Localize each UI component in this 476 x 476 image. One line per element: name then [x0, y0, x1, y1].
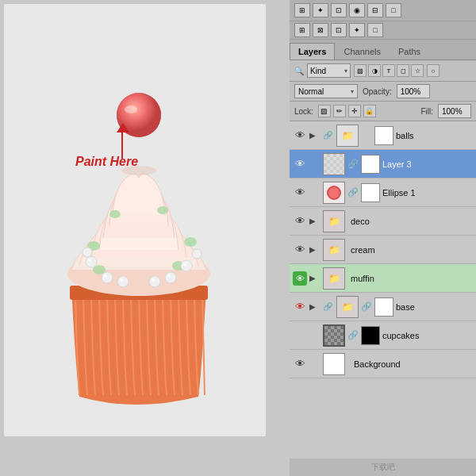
lock-transparent-icon[interactable]: ▨ [318, 105, 331, 117]
svg-point-21 [192, 249, 202, 259]
layer-item-cupcakes[interactable]: 👁 🔗 cupcakes [290, 321, 476, 350]
layer-name-layer3: Layer 3 [382, 159, 473, 169]
filter-smart-icon[interactable]: ☆ [411, 64, 424, 77]
mask-balls [374, 126, 393, 145]
eye-icon-ellipse1[interactable]: 👁 [293, 186, 307, 200]
toolbar-icon-1[interactable]: ⊞ [294, 3, 310, 17]
thumb-muffin: 📁 [323, 267, 345, 290]
filter-bar: 🔍 Kind▾ ▨ ◑ T ◻ ☆ ○ [290, 60, 476, 82]
toolbar-icon-5[interactable]: ⊟ [367, 3, 383, 17]
layer-name-cupcakes: cupcakes [382, 331, 473, 340]
layer-item-cream[interactable]: 👁 ▶ 📁 cream [290, 236, 476, 264]
lock-position-icon[interactable]: ✛ [348, 105, 361, 117]
svg-point-25 [125, 106, 137, 113]
top-toolbar-2: ⊞ ⊠ ⊡ ✦ □ [290, 21, 476, 40]
chain-icon-base: 🔗 [323, 302, 334, 311]
arrow-line [121, 127, 123, 159]
toolbar-icon-4[interactable]: ◉ [349, 3, 365, 17]
lock-all-icon[interactable]: 🔒 [363, 105, 376, 117]
expand-base[interactable]: ▶ [309, 302, 321, 311]
blend-mode-dropdown[interactable]: Normal▾ [294, 84, 358, 98]
svg-point-9 [86, 256, 97, 267]
layer-item-deco[interactable]: 👁 ▶ 📁 deco [290, 207, 476, 236]
thumb-ellipse1 [323, 182, 345, 204]
toolbar-icon-8[interactable]: ⊠ [313, 23, 328, 37]
layer-name-cream: cream [351, 245, 473, 255]
blend-row: Normal▾ Opacity: 100% [290, 82, 476, 102]
layer-name-background: Background [354, 359, 473, 369]
opacity-label: Opacity: [363, 87, 392, 96]
layer-name-deco: deco [351, 217, 473, 226]
tab-channels[interactable]: Channels [335, 43, 389, 60]
toolbar-icon-10[interactable]: ✦ [349, 23, 365, 37]
svg-point-13 [117, 276, 129, 287]
mask-cupcakes [361, 326, 380, 345]
link-base: 🔗 [361, 301, 372, 312]
layer-item-ellipse1[interactable]: 👁 🔗 Ellipse 1 [290, 178, 476, 207]
expand-cream[interactable]: ▶ [309, 245, 321, 254]
watermark: 下载吧 [290, 459, 476, 476]
eye-icon-cupcakes[interactable]: 👁 [293, 328, 307, 343]
toolbar-icon-9[interactable]: ⊡ [331, 23, 347, 37]
top-toolbar-1: ⊞ ✦ ⊡ ◉ ⊟ □ [290, 0, 476, 21]
layer-name-base: base [396, 302, 473, 312]
fill-value[interactable]: 100% [438, 104, 471, 118]
layer-item-muffin[interactable]: 👁 ▶ 📁 muffin [290, 264, 476, 293]
eye-icon-background[interactable]: 👁 [293, 357, 307, 371]
layer-name-balls: balls [396, 131, 473, 140]
filter-shape-icon[interactable]: ◻ [397, 64, 409, 77]
toolbar-icon-3[interactable]: ⊡ [331, 3, 347, 17]
svg-point-16 [152, 278, 155, 282]
thumb-balls: 📁 [336, 125, 359, 147]
eye-icon-muffin[interactable]: 👁 [293, 271, 307, 286]
filter-text-icon[interactable]: T [382, 64, 395, 77]
svg-point-18 [167, 274, 171, 278]
layer-item-background[interactable]: 👁 Background [290, 350, 476, 378]
expand-balls[interactable]: ▶ [309, 131, 321, 140]
layer-name-muffin: muffin [351, 274, 473, 283]
eye-icon-balls[interactable]: 👁 [293, 129, 307, 143]
svg-point-17 [165, 272, 176, 283]
layer-item-base[interactable]: 👁 ▶ 🔗 📁 🔗 base [290, 293, 476, 321]
thumb-cupcakes [323, 324, 345, 347]
layer-item-layer3[interactable]: 👁 🔗 Layer 3 [290, 150, 476, 178]
svg-point-12 [104, 274, 107, 278]
opacity-value[interactable]: 100% [397, 84, 430, 98]
svg-point-6 [157, 206, 168, 214]
thumb-cream: 📁 [323, 239, 345, 261]
filter-kind-dropdown[interactable]: Kind▾ [307, 63, 351, 78]
eye-icon-cream[interactable]: 👁 [293, 243, 307, 257]
eye-icon-layer3[interactable]: 👁 [293, 157, 307, 171]
expand-muffin[interactable]: ▶ [309, 274, 321, 282]
tab-paths[interactable]: Paths [390, 43, 429, 60]
svg-point-5 [109, 210, 121, 218]
filter-pixel-icon[interactable]: ▨ [354, 64, 367, 77]
svg-point-19 [181, 260, 192, 271]
filter-toggle-icon[interactable]: ○ [427, 64, 440, 77]
expand-deco[interactable]: ▶ [309, 217, 321, 225]
toolbar-icon-11[interactable]: □ [367, 23, 383, 37]
thumb-deco: 📁 [323, 210, 345, 232]
toolbar-icon-7[interactable]: ⊞ [294, 23, 310, 37]
mask-layer3 [361, 155, 380, 174]
svg-point-22 [83, 248, 92, 257]
chain-icon-balls: 🔗 [323, 131, 334, 140]
eye-icon-deco[interactable]: 👁 [293, 214, 307, 228]
layer-name-ellipse1: Ellipse 1 [382, 188, 473, 198]
svg-point-10 [88, 259, 91, 262]
svg-point-15 [149, 276, 160, 287]
toolbar-icon-6[interactable]: □ [386, 3, 401, 17]
lock-image-icon[interactable]: ✏ [333, 105, 346, 117]
lock-label: Lock: [294, 107, 313, 116]
filter-label: 🔍 [294, 67, 304, 75]
filter-icons: ▨ ◑ T ◻ ☆ [354, 64, 424, 77]
toolbar-icon-2[interactable]: ✦ [313, 3, 328, 17]
eye-icon-base[interactable]: 👁 [293, 300, 307, 314]
tab-layers[interactable]: Layers [290, 43, 335, 60]
layers-panel: ⊞ ✦ ⊡ ◉ ⊟ □ ⊞ ⊠ ⊡ ✦ □ Layers Channels Pa… [290, 0, 476, 476]
arrow-head [117, 123, 129, 132]
layer-item-balls[interactable]: 👁 ▶ 🔗 📁 balls [290, 121, 476, 150]
link-cupcakes: 🔗 [347, 330, 359, 340]
filter-adjust-icon[interactable]: ◑ [368, 64, 381, 77]
svg-point-11 [102, 272, 113, 283]
